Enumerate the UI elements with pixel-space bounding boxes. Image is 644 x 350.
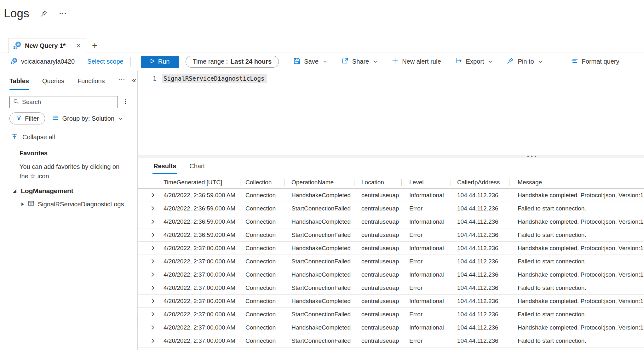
results-splitter[interactable] [138,155,644,158]
more-options-icon[interactable] [118,76,125,84]
chevron-right-icon[interactable] [149,218,157,225]
chevron-right-icon[interactable] [149,324,157,331]
cell-level: Informational [402,321,451,334]
cell-calleripaddress: 104.44.112.236 [451,334,509,347]
cell-collection: Connection [240,189,285,202]
chevron-right-icon[interactable] [149,258,157,265]
new-alert-rule-button[interactable]: New alert rule [392,57,441,66]
format-icon [571,57,578,66]
cell-calleripaddress: 104.44.112.236 [451,242,509,255]
tree-expanded-icon [13,187,17,195]
collapse-all-icon [11,133,18,141]
cell-level: Error [402,308,451,321]
tab-chart[interactable]: Chart [188,163,206,174]
cell-timegenerated: 4/20/2022, 2:36:59.000 AM [158,202,240,215]
query-text[interactable]: SignalRServiceDiagnosticLogs [162,74,267,83]
save-button[interactable]: Save [293,57,327,66]
favorites-hint-line1: You can add favorites by clicking on [20,162,120,171]
select-scope-link[interactable]: Select scope [87,58,124,65]
column-header-operationname[interactable]: OperationName [285,176,354,188]
drag-handle-dots[interactable] [527,156,536,157]
new-tab-button[interactable]: + [92,40,98,51]
group-by-dropdown[interactable]: Group by: Solution [52,114,123,123]
cell-timegenerated: 4/20/2022, 2:37:00.000 AM [158,295,240,307]
search-box[interactable] [9,96,118,108]
results-table-body: 4/20/2022, 2:36:59.000 AM Connection Han… [138,189,644,347]
pin-to-button[interactable]: Pin to [507,57,543,66]
table-row[interactable]: 4/20/2022, 2:37:00.000 AM Connection Han… [138,295,644,308]
table-row[interactable]: 4/20/2022, 2:36:59.000 AM Connection Sta… [138,202,644,215]
query-editor[interactable]: 1 SignalRServiceDiagnosticLogs [138,71,644,155]
log-analytics-icon [13,41,21,50]
cell-calleripaddress: 104.44.112.236 [451,281,509,294]
run-button[interactable]: Run [141,56,179,68]
table-row[interactable]: 4/20/2022, 2:36:59.000 AM Connection Han… [138,215,644,228]
collapse-pane-icon[interactable]: « [132,77,136,84]
cell-collection: Connection [240,321,285,334]
tab-tables[interactable]: Tables [9,77,29,90]
table-row[interactable]: 4/20/2022, 2:36:59.000 AM Connection Han… [138,189,644,202]
column-header-level[interactable]: Level [402,176,451,188]
more-options-icon[interactable] [59,10,66,17]
chevron-right-icon[interactable] [149,192,157,199]
column-header-calleripaddress[interactable]: CallerIpAddress [451,176,509,188]
pin-icon[interactable] [40,9,48,18]
chevron-right-icon[interactable] [149,244,157,252]
column-header-collection[interactable]: Collection [240,176,285,188]
cell-operationname: StartConnectionFailed [285,202,354,215]
search-input[interactable] [22,99,114,106]
tree-group-logmanagement[interactable]: LogManagement [13,187,137,195]
table-row[interactable]: 4/20/2022, 2:37:00.000 AM Connection Han… [138,321,644,334]
cell-operationname: StartConnectionFailed [285,255,354,268]
chevron-right-icon[interactable] [149,205,157,212]
table-row[interactable]: 4/20/2022, 2:36:59.000 AM Connection Sta… [138,228,644,242]
cell-location: centraluseuap [354,215,402,228]
cell-message: Handshake completed. Protocol:json, Vers… [509,268,644,281]
cell-calleripaddress: 104.44.112.236 [451,295,509,307]
column-header-timegenerated[interactable]: TimeGenerated [UTC] [158,176,240,188]
share-button[interactable]: Share [341,57,378,66]
cell-operationname: StartConnectionFailed [285,334,354,347]
table-row[interactable]: 4/20/2022, 2:37:00.000 AM Connection Sta… [138,308,644,321]
close-icon[interactable]: × [76,42,81,49]
cell-location: centraluseuap [354,242,402,255]
chevron-right-icon[interactable] [149,311,157,318]
time-range-picker[interactable]: Time range : Last 24 hours [186,56,279,68]
results-panel: Results Chart TimeGenerated [UTC] Collec… [138,158,644,350]
sidebar-tabs: Tables Queries Functions « [9,76,129,90]
cell-location: centraluseuap [354,308,402,321]
table-row[interactable]: 4/20/2022, 2:37:00.000 AM Connection Han… [138,242,644,255]
chevron-right-icon[interactable] [149,337,157,344]
tree-item-signalrservicediagnosticlogs[interactable]: SignalRServiceDiagnosticLogs [21,200,137,208]
cell-location: centraluseuap [354,268,402,281]
chevron-right-icon[interactable] [149,231,157,238]
cell-collection: Connection [240,334,285,347]
filter-button[interactable]: Filter [9,112,45,124]
pin-icon [507,57,514,66]
table-row[interactable]: 4/20/2022, 2:37:00.000 AM Connection Sta… [138,334,644,347]
column-header-message[interactable]: Message [509,176,639,188]
kebab-icon[interactable] [122,98,129,106]
divider [286,57,286,66]
chevron-right-icon[interactable] [149,271,157,278]
table-row[interactable]: 4/20/2022, 2:37:00.000 AM Connection Sta… [138,255,644,268]
table-row[interactable]: 4/20/2022, 2:37:00.000 AM Connection Han… [138,268,644,281]
cell-level: Error [402,202,451,215]
tab-new-query[interactable]: New Query 1* × [9,38,86,53]
tab-results[interactable]: Results [152,163,177,174]
table-row[interactable]: 4/20/2022, 2:37:00.000 AM Connection Sta… [138,281,644,295]
export-button[interactable]: Export [455,57,493,66]
cell-operationname: HandshakeCompleted [285,295,354,307]
cell-calleripaddress: 104.44.112.236 [451,308,509,321]
tab-queries[interactable]: Queries [42,77,64,89]
tab-functions[interactable]: Functions [78,77,105,89]
chevron-right-icon[interactable] [149,297,157,305]
header-tail-spacer [639,176,644,188]
format-query-button[interactable]: Format query [571,57,619,66]
cell-timegenerated: 4/20/2022, 2:37:00.000 AM [158,334,240,347]
chevron-right-icon[interactable] [149,284,157,291]
tree-collapsed-icon [21,201,24,208]
column-header-location[interactable]: Location [354,176,402,188]
cell-message: Handshake completed. Protocol:json, Vers… [509,189,644,202]
collapse-all-button[interactable]: Collapse all [11,133,137,141]
